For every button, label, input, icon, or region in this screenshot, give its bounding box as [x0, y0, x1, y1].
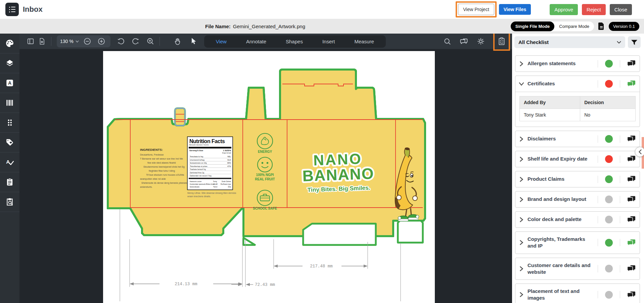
dimension-small: 72.43 mm	[255, 283, 275, 287]
separator	[598, 265, 598, 272]
checklist-item[interactable]: Customer care details and website	[515, 258, 640, 280]
document-icon[interactable]	[598, 22, 605, 30]
tag-heart-icon	[5, 138, 14, 147]
checklist-item[interactable]: Product Claims	[515, 171, 640, 187]
settings-gear-icon[interactable]	[475, 36, 487, 47]
chevron-right-icon[interactable]	[519, 136, 523, 142]
comment-icon[interactable]	[627, 176, 636, 183]
checklist-item-header[interactable]: Disclaimers	[515, 131, 640, 147]
rotate-ccw-icon[interactable]	[115, 36, 127, 47]
checklist-item[interactable]: Brand and design layout	[515, 191, 640, 208]
tab-measure[interactable]: Measure	[344, 35, 383, 48]
single-file-mode-button[interactable]: Single File Mode	[511, 21, 555, 31]
layers-icon	[5, 59, 14, 68]
checklist-item-header[interactable]: Allergen statements	[515, 56, 640, 72]
chevron-right-icon[interactable]	[519, 61, 523, 67]
chevron-down-icon[interactable]	[519, 82, 524, 86]
text-style-icon: A	[5, 79, 14, 87]
svg-text:Trashate betsorf frg: Trashate betsorf frg	[190, 168, 206, 170]
sidebar-item-layers[interactable]	[0, 53, 19, 73]
sidebar-item-audit[interactable]	[0, 192, 19, 212]
checklist-item[interactable]: Disclaimers	[515, 131, 640, 147]
checklist-item-header[interactable]: Customer care details and website	[515, 258, 640, 280]
comment-icon[interactable]	[627, 216, 636, 223]
checklist-item-header[interactable]: Certificates	[515, 76, 640, 92]
panel-toggle-icon[interactable]	[25, 36, 36, 47]
svg-text:Tlsturtkerteje st prites: Tlsturtkerteje st prites	[190, 165, 208, 167]
rotate-cw-icon[interactable]	[130, 36, 141, 47]
sidebar-item-checklist[interactable]	[0, 172, 19, 192]
file-bar: File Name: Gemini_Generated_Artwork.png …	[0, 19, 644, 34]
viewer-toolbar: 130 % ViewAnnotateShapesInsertMeasure	[19, 34, 512, 49]
close-button[interactable]: Close	[610, 4, 632, 15]
checklist-item-header[interactable]: Brand and design layout	[515, 191, 640, 207]
comment-icon[interactable]	[627, 265, 636, 272]
zoom-level-dropdown[interactable]: 130 %	[60, 39, 79, 44]
comment-icon[interactable]	[627, 135, 636, 142]
hand-tool-icon[interactable]	[172, 36, 183, 47]
checklist-item-label: Product Claims	[527, 176, 594, 182]
comment-icon[interactable]	[627, 80, 636, 87]
status-dot	[605, 239, 613, 247]
checklist-item-header[interactable]: Copyrights, Trademarks and IP	[515, 232, 640, 254]
reject-button[interactable]: Reject	[582, 4, 606, 15]
left-sidebar: A A	[0, 34, 19, 303]
chevron-right-icon[interactable]	[519, 177, 523, 182]
checklist-item[interactable]: Copyrights, Trademarks and IP	[515, 231, 640, 254]
comment-icon[interactable]	[627, 291, 636, 298]
chevron-right-icon[interactable]	[519, 157, 523, 162]
comment-icon[interactable]	[627, 156, 636, 163]
decision-table-section: Added ByDecisionTony StarkNo	[515, 92, 640, 127]
chevron-right-icon[interactable]	[519, 292, 523, 297]
sidebar-item-text-style[interactable]: A	[0, 73, 19, 93]
sidebar-item-spellcheck[interactable]: A	[0, 153, 19, 172]
checklist-filter-dropdown[interactable]: All Checklist	[514, 36, 625, 48]
decision-table: Added ByDecisionTony StarkNo	[519, 96, 636, 121]
search-icon[interactable]	[442, 36, 453, 47]
tab-view[interactable]: View	[206, 35, 236, 48]
approve-button[interactable]: Approve	[550, 4, 578, 15]
panel-collapse-button[interactable]	[635, 147, 644, 157]
svg-text:1 SIZE%: 1 SIZE%	[223, 149, 231, 152]
chevron-down-icon	[617, 41, 621, 44]
checklist-item[interactable]: Shelf life and Expiry date	[515, 151, 640, 167]
sidebar-item-apps[interactable]	[0, 113, 19, 133]
tab-insert[interactable]: Insert	[313, 35, 345, 48]
sidebar-item-palette[interactable]	[0, 34, 19, 53]
comment-icon[interactable]	[627, 196, 636, 203]
compare-mode-button[interactable]: Compare Mode	[554, 21, 594, 31]
checklist-item[interactable]: Certificates Added ByDecisionTony StarkN…	[515, 76, 640, 127]
view-files-button[interactable]: View Files	[499, 4, 531, 15]
zoom-out-button[interactable]	[82, 36, 93, 47]
cursor-tool-icon[interactable]	[188, 36, 199, 47]
chevron-right-icon[interactable]	[519, 266, 523, 271]
viewer-canvas[interactable]: INGREDIENTS: Deusartions, FredesseT Bens…	[19, 49, 512, 303]
chevron-right-icon[interactable]	[519, 197, 523, 202]
checklist-item-header[interactable]: Placement of text and images	[515, 284, 640, 303]
checklist-item-header[interactable]: Color deck and palette	[515, 212, 640, 227]
chevron-right-icon[interactable]	[519, 217, 523, 222]
checklist-item[interactable]: Allergen statements	[515, 55, 640, 72]
checklist-item[interactable]: Color deck and palette	[515, 211, 640, 228]
checklist-item[interactable]: Placement of text and images	[515, 284, 640, 303]
menu-button[interactable]	[5, 3, 19, 16]
page-settings-icon[interactable]	[36, 36, 48, 47]
zoom-tool-icon[interactable]	[145, 36, 156, 47]
sidebar-item-tags[interactable]	[0, 133, 19, 153]
zoom-in-button[interactable]	[96, 36, 107, 47]
chevron-right-icon[interactable]	[519, 240, 523, 245]
sidebar-item-barcode[interactable]	[0, 93, 19, 113]
comments-icon[interactable]	[458, 36, 470, 47]
mode-switch: Single File Mode Compare Mode	[511, 21, 594, 31]
svg-text:Mensy Lithse. Stile dewerae st: Mensy Lithse. Stile dewerae streang titi…	[187, 192, 236, 194]
view-project-button[interactable]: View Project	[458, 4, 494, 15]
checklist-item-header[interactable]: Product Claims	[515, 171, 640, 187]
tab-shapes[interactable]: Shapes	[276, 35, 313, 48]
checklist-item-header[interactable]: Shelf life and Expiry date	[515, 151, 640, 167]
comment-icon[interactable]	[627, 60, 636, 67]
filter-button[interactable]	[628, 36, 641, 48]
tab-annotate[interactable]: Annotate	[236, 35, 276, 48]
comment-icon[interactable]	[627, 239, 636, 246]
artwork-image[interactable]: INGREDIENTS: Deusartions, FredesseT Bens…	[103, 51, 435, 303]
checklist-icon[interactable]	[496, 36, 507, 47]
